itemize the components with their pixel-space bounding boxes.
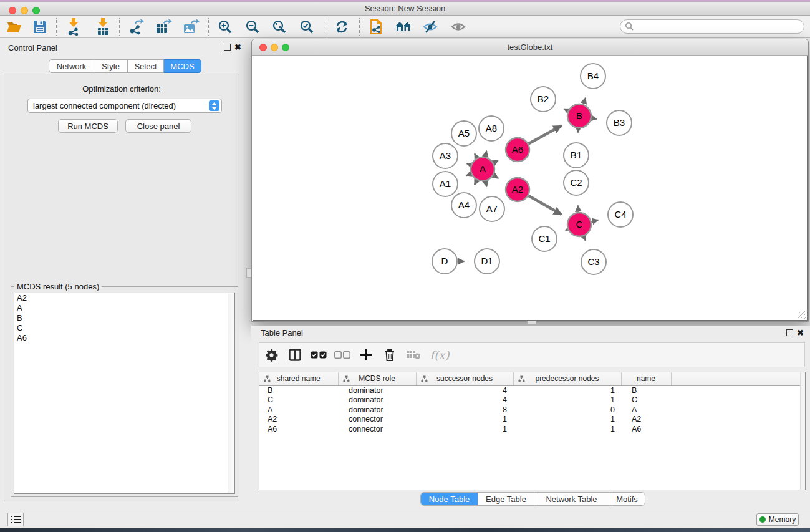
table-row[interactable]: Cdominator41C [259,395,805,405]
table-cell[interactable]: 1 [513,385,621,395]
table-cell[interactable]: 4 [416,385,513,395]
open-session-button[interactable] [4,17,26,36]
zoom-fit-button[interactable] [268,17,291,36]
mcds-result-item[interactable]: B [14,313,234,323]
column-header-successor-nodes[interactable]: successor nodes [416,372,513,385]
save-session-button[interactable] [29,17,51,36]
optimization-dropdown[interactable]: largest connected component (directed) [27,99,222,113]
edge-A-A5[interactable] [475,153,477,158]
graph-node-B3[interactable]: B3 [607,110,632,135]
graph-node-A5[interactable]: A5 [451,121,476,146]
column-header-shared-name[interactable]: shared name [259,372,338,385]
tp-tab-edge-table[interactable]: Edge Table [478,493,534,505]
edge-A-A7[interactable] [486,181,487,186]
table-cell[interactable]: 1 [513,395,621,405]
graph-node-D1[interactable]: D1 [475,249,499,274]
table-cell[interactable]: 4 [416,395,513,405]
column-header-predecessor-nodes[interactable]: predecessor nodes [513,372,621,385]
table-cell[interactable]: A2 [259,415,338,425]
delete-column-button[interactable] [378,349,402,361]
column-header-mcds-role[interactable]: MCDS role [338,372,416,385]
delete-table-button[interactable] [402,350,425,360]
tp-tab-node-table[interactable]: Node Table [421,493,478,505]
graph-node-A7[interactable]: A7 [480,196,504,221]
edge-B-B4[interactable] [584,98,586,104]
graph-node-C4[interactable]: C4 [608,202,633,227]
new-network-from-file-button[interactable] [366,17,388,36]
table-settings-button[interactable] [259,349,283,362]
tp-tab-motifs[interactable]: Motifs [609,493,645,505]
graph-node-A8[interactable]: A8 [479,116,504,141]
edge-C-C4[interactable] [591,220,598,222]
cp-tab-style[interactable]: Style [94,59,128,73]
table-cell[interactable]: A2 [621,415,671,425]
table-cell[interactable]: 0 [513,405,621,415]
edge-C-C2[interactable] [578,205,579,212]
edge-A-A4[interactable] [475,180,477,185]
tp-tab-network-table[interactable]: Network Table [534,493,609,505]
vertical-split-handle[interactable] [246,268,251,278]
graph-node-A6[interactable]: A6 [506,138,529,162]
mcds-result-item[interactable]: C [14,323,234,333]
refresh-button[interactable] [330,17,353,36]
table-cell[interactable]: dominator [338,395,416,405]
edge-A-A1[interactable] [466,173,471,175]
mcds-result-item[interactable]: A [14,303,234,313]
create-column-button[interactable] [354,349,378,360]
show-task-history-button[interactable] [7,513,24,526]
graph-node-A4[interactable]: A4 [451,193,476,218]
edge-A6-B[interactable] [529,126,562,144]
table-cell[interactable]: C [259,395,338,405]
node-table-grid[interactable]: shared nameMCDS rolesuccessor nodesprede… [259,372,805,434]
mcds-result-item[interactable]: A6 [14,333,234,343]
table-cell[interactable]: B [621,385,671,395]
table-cell[interactable]: A6 [621,425,671,435]
graph-node-B[interactable]: B [567,104,591,128]
show-graphics-details-button[interactable] [447,17,470,36]
zoom-selected-button[interactable] [296,17,318,36]
edge-A2-C[interactable] [528,196,561,215]
table-cell[interactable]: 1 [513,425,621,435]
table-cell[interactable]: A [259,405,338,415]
table-cell[interactable]: 1 [416,415,513,425]
mcds-result-list[interactable]: A2ABCA6 [14,293,235,494]
edge-B-B3[interactable] [592,118,597,118]
float-table-panel-icon[interactable] [786,329,793,336]
horizontal-split-handle[interactable] [527,321,536,325]
mcds-result-item[interactable]: A2 [14,293,234,303]
export-image-button[interactable] [180,17,202,36]
table-cell[interactable]: C [621,395,671,405]
export-network-button[interactable] [125,17,147,36]
table-row[interactable]: A2connector11A2 [259,415,805,425]
graph-node-B1[interactable]: B1 [564,143,589,168]
run-mcds-button[interactable]: Run MCDS [58,119,118,133]
column-header-name[interactable]: name [621,372,671,385]
import-table-button[interactable] [92,17,114,36]
select-all-columns-button[interactable] [307,351,330,359]
graph-node-B2[interactable]: B2 [531,87,556,112]
memory-button[interactable]: Memory [756,513,799,526]
graph-node-A1[interactable]: A1 [433,172,458,196]
graph-node-A3[interactable]: A3 [433,143,458,168]
close-panel-icon[interactable]: ✖ [234,42,241,52]
table-cell[interactable]: B [259,385,338,395]
edge-A-A8[interactable] [485,151,486,157]
table-cell[interactable]: dominator [338,405,416,415]
export-table-button[interactable] [152,17,175,36]
edge-C-C3[interactable] [584,236,586,241]
cp-tab-network[interactable]: Network [49,59,94,73]
resize-grip-icon[interactable] [798,311,806,319]
cp-tab-select[interactable]: Select [128,59,164,73]
show-column-panel-button[interactable] [283,349,307,361]
unselect-all-columns-button[interactable] [330,351,354,359]
home-layouts-button[interactable] [392,17,415,36]
float-panel-icon[interactable] [224,44,231,51]
graph-node-A2[interactable]: A2 [506,178,529,201]
cp-tab-mcds[interactable]: MCDS [164,59,201,73]
graph-node-D[interactable]: D [432,249,457,274]
table-cell[interactable]: A [621,405,671,415]
table-scrollbar[interactable] [800,372,805,490]
graph-node-C1[interactable]: C1 [532,226,557,251]
table-row[interactable]: A6connector11A6 [259,425,805,435]
edge-A-A2[interactable] [493,175,498,178]
